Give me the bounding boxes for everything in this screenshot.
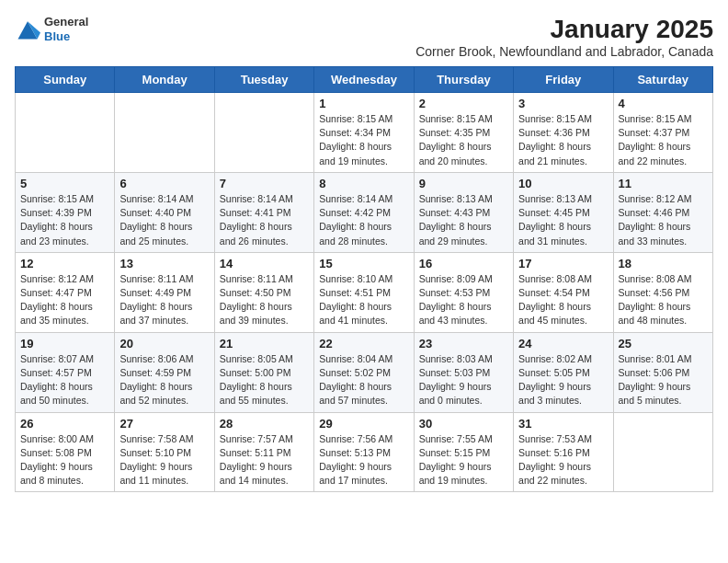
day-number: 31 [518,417,608,431]
logo-icon [15,17,40,42]
day-number: 5 [20,177,109,190]
calendar-cell: 2Sunrise: 8:15 AM Sunset: 4:35 PM Daylig… [414,93,513,173]
calendar-cell: 12Sunrise: 8:12 AM Sunset: 4:47 PM Dayli… [16,252,115,332]
day-number: 28 [220,417,309,431]
day-info: Sunrise: 8:09 AM Sunset: 4:53 PM Dayligh… [419,272,508,328]
calendar-week-row: 19Sunrise: 8:07 AM Sunset: 4:57 PM Dayli… [16,332,713,412]
day-number: 23 [419,337,508,350]
day-info: Sunrise: 8:08 AM Sunset: 4:56 PM Dayligh… [619,272,708,328]
page-title: January 2025 [415,15,713,44]
calendar-cell: 17Sunrise: 8:08 AM Sunset: 4:54 PM Dayli… [514,252,613,332]
calendar-cell: 27Sunrise: 7:58 AM Sunset: 5:10 PM Dayli… [115,412,214,492]
page-subtitle: Corner Brook, Newfoundland and Labrador,… [415,44,713,59]
calendar-cell: 15Sunrise: 8:10 AM Sunset: 4:51 PM Dayli… [314,252,414,332]
day-info: Sunrise: 8:15 AM Sunset: 4:39 PM Dayligh… [20,192,109,248]
day-info: Sunrise: 8:13 AM Sunset: 4:45 PM Dayligh… [518,192,608,248]
calendar-cell: 8Sunrise: 8:14 AM Sunset: 4:42 PM Daylig… [314,172,414,252]
day-info: Sunrise: 7:55 AM Sunset: 5:15 PM Dayligh… [419,432,508,488]
day-info: Sunrise: 8:03 AM Sunset: 5:03 PM Dayligh… [419,352,508,408]
day-number: 29 [319,417,408,431]
calendar-cell: 1Sunrise: 8:15 AM Sunset: 4:34 PM Daylig… [314,93,414,173]
day-info: Sunrise: 8:11 AM Sunset: 4:49 PM Dayligh… [119,272,209,328]
day-info: Sunrise: 8:02 AM Sunset: 5:05 PM Dayligh… [518,352,608,408]
day-info: Sunrise: 7:53 AM Sunset: 5:16 PM Dayligh… [518,432,608,488]
calendar-cell: 24Sunrise: 8:02 AM Sunset: 5:05 PM Dayli… [514,332,613,412]
day-info: Sunrise: 8:15 AM Sunset: 4:36 PM Dayligh… [518,112,608,168]
day-number: 4 [619,97,708,110]
day-info: Sunrise: 8:01 AM Sunset: 5:06 PM Dayligh… [619,352,708,408]
calendar-cell: 26Sunrise: 8:00 AM Sunset: 5:08 PM Dayli… [16,412,115,492]
title-block: January 2025 Corner Brook, Newfoundland … [415,15,713,59]
day-number: 26 [20,417,109,431]
logo: General Blue [15,15,88,43]
day-number: 17 [518,257,608,270]
day-info: Sunrise: 8:12 AM Sunset: 4:46 PM Dayligh… [619,192,708,248]
day-info: Sunrise: 8:15 AM Sunset: 4:37 PM Dayligh… [619,112,708,168]
calendar-cell: 28Sunrise: 7:57 AM Sunset: 5:11 PM Dayli… [214,412,313,492]
calendar-cell: 20Sunrise: 8:06 AM Sunset: 4:59 PM Dayli… [115,332,214,412]
weekday-header-friday: Friday [514,67,613,93]
weekday-header-monday: Monday [115,67,214,93]
day-info: Sunrise: 7:58 AM Sunset: 5:10 PM Dayligh… [119,432,209,488]
calendar-week-row: 26Sunrise: 8:00 AM Sunset: 5:08 PM Dayli… [16,412,713,492]
day-number: 12 [20,257,109,270]
calendar-cell: 3Sunrise: 8:15 AM Sunset: 4:36 PM Daylig… [514,93,613,173]
day-number: 16 [419,257,508,270]
calendar-cell: 31Sunrise: 7:53 AM Sunset: 5:16 PM Dayli… [514,412,613,492]
calendar-cell: 5Sunrise: 8:15 AM Sunset: 4:39 PM Daylig… [16,172,115,252]
logo-text: General Blue [44,15,88,43]
calendar-table: SundayMondayTuesdayWednesdayThursdayFrid… [15,66,713,492]
page-header: General Blue January 2025 Corner Brook, … [15,15,713,59]
calendar-cell: 22Sunrise: 8:04 AM Sunset: 5:02 PM Dayli… [314,332,414,412]
calendar-cell: 16Sunrise: 8:09 AM Sunset: 4:53 PM Dayli… [414,252,513,332]
day-info: Sunrise: 8:15 AM Sunset: 4:35 PM Dayligh… [419,112,508,168]
calendar-cell: 30Sunrise: 7:55 AM Sunset: 5:15 PM Dayli… [414,412,513,492]
calendar-cell: 21Sunrise: 8:05 AM Sunset: 5:00 PM Dayli… [214,332,313,412]
day-info: Sunrise: 8:15 AM Sunset: 4:34 PM Dayligh… [319,112,408,168]
calendar-week-row: 12Sunrise: 8:12 AM Sunset: 4:47 PM Dayli… [16,252,713,332]
day-info: Sunrise: 8:10 AM Sunset: 4:51 PM Dayligh… [319,272,408,328]
calendar-cell: 4Sunrise: 8:15 AM Sunset: 4:37 PM Daylig… [613,93,712,173]
calendar-cell: 14Sunrise: 8:11 AM Sunset: 4:50 PM Dayli… [214,252,313,332]
day-number: 6 [119,177,209,190]
day-number: 30 [419,417,508,431]
calendar-cell [613,412,712,492]
day-number: 15 [319,257,408,270]
day-number: 19 [20,337,109,350]
day-number: 18 [619,257,708,270]
calendar-cell: 10Sunrise: 8:13 AM Sunset: 4:45 PM Dayli… [514,172,613,252]
day-number: 13 [119,257,209,270]
calendar-cell: 18Sunrise: 8:08 AM Sunset: 4:56 PM Dayli… [613,252,712,332]
day-info: Sunrise: 8:07 AM Sunset: 4:57 PM Dayligh… [20,352,109,408]
calendar-week-row: 5Sunrise: 8:15 AM Sunset: 4:39 PM Daylig… [16,172,713,252]
day-number: 3 [518,97,608,110]
day-number: 24 [518,337,608,350]
day-info: Sunrise: 8:14 AM Sunset: 4:40 PM Dayligh… [119,192,209,248]
day-number: 9 [419,177,508,190]
calendar-cell: 25Sunrise: 8:01 AM Sunset: 5:06 PM Dayli… [613,332,712,412]
day-info: Sunrise: 8:06 AM Sunset: 4:59 PM Dayligh… [119,352,209,408]
weekday-header-wednesday: Wednesday [314,67,414,93]
weekday-header-row: SundayMondayTuesdayWednesdayThursdayFrid… [16,67,713,93]
calendar-cell: 6Sunrise: 8:14 AM Sunset: 4:40 PM Daylig… [115,172,214,252]
calendar-cell [214,93,313,173]
day-info: Sunrise: 7:57 AM Sunset: 5:11 PM Dayligh… [220,432,309,488]
calendar-cell [16,93,115,173]
weekday-header-sunday: Sunday [16,67,115,93]
calendar-cell: 19Sunrise: 8:07 AM Sunset: 4:57 PM Dayli… [16,332,115,412]
day-info: Sunrise: 8:00 AM Sunset: 5:08 PM Dayligh… [20,432,109,488]
day-number: 20 [119,337,209,350]
day-info: Sunrise: 8:05 AM Sunset: 5:00 PM Dayligh… [220,352,309,408]
day-info: Sunrise: 8:13 AM Sunset: 4:43 PM Dayligh… [419,192,508,248]
day-number: 8 [319,177,408,190]
calendar-cell: 29Sunrise: 7:56 AM Sunset: 5:13 PM Dayli… [314,412,414,492]
day-number: 11 [619,177,708,190]
day-info: Sunrise: 8:11 AM Sunset: 4:50 PM Dayligh… [220,272,309,328]
logo-general: General [44,15,88,29]
day-info: Sunrise: 7:56 AM Sunset: 5:13 PM Dayligh… [319,432,408,488]
calendar-cell [115,93,214,173]
day-number: 2 [419,97,508,110]
day-number: 22 [319,337,408,350]
calendar-cell: 7Sunrise: 8:14 AM Sunset: 4:41 PM Daylig… [214,172,313,252]
calendar-cell: 11Sunrise: 8:12 AM Sunset: 4:46 PM Dayli… [613,172,712,252]
